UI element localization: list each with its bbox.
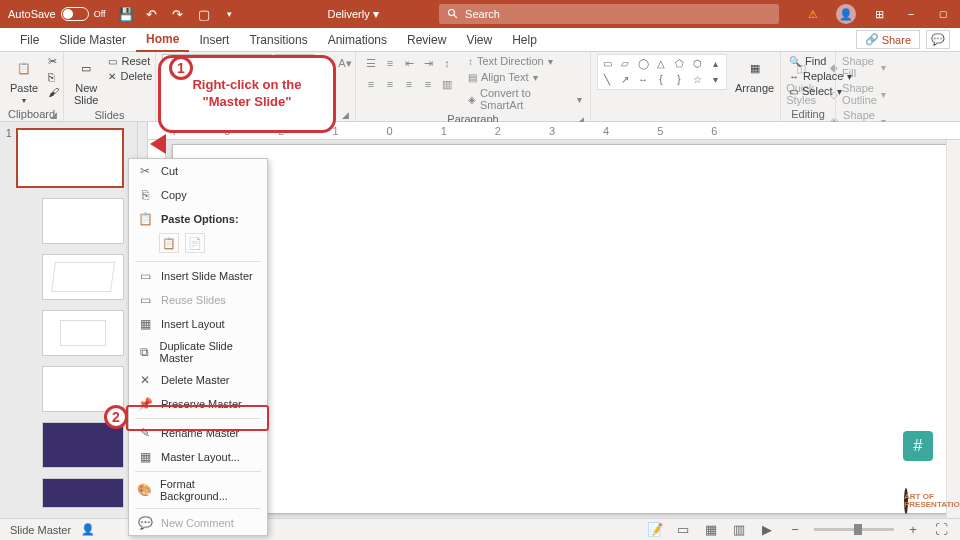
zoom-in-button[interactable]: + <box>904 522 922 538</box>
decrease-indent-button[interactable]: ⇤ <box>400 54 418 72</box>
annotation-number-2: 2 <box>104 405 128 429</box>
ctx-format-background[interactable]: 🎨Format Background... <box>129 474 267 506</box>
svg-line-1 <box>454 15 457 18</box>
redo-icon[interactable]: ↷ <box>170 6 186 22</box>
vertical-scrollbar[interactable] <box>946 140 960 540</box>
new-slide-button[interactable]: ▭ New Slide <box>70 54 102 108</box>
cut-button[interactable]: ✂ <box>46 54 61 69</box>
delete-icon: ✕ <box>137 372 153 388</box>
find-button[interactable]: 🔍 Find <box>787 54 854 68</box>
comments-button[interactable]: 💬 <box>926 30 950 49</box>
ctx-copy[interactable]: ⎘Copy <box>129 183 267 207</box>
dialog-launcher-icon[interactable]: ◢ <box>342 110 349 120</box>
format-painter-button[interactable]: 🖌 <box>46 85 61 99</box>
ctx-insert-slide-master[interactable]: ▭Insert Slide Master <box>129 264 267 288</box>
group-drawing: ▭▱◯△⬠⬡▴ ╲↗↔{}☆▾ ▦Arrange ◫Quick Styles ◆… <box>591 52 781 121</box>
copy-icon: ⎘ <box>137 187 153 203</box>
paste-button[interactable]: 📋 Paste▾ <box>6 54 42 107</box>
tab-home[interactable]: Home <box>136 28 189 52</box>
search-input[interactable]: Search <box>439 4 779 24</box>
format-icon: 🎨 <box>137 482 152 498</box>
fit-window-button[interactable]: ⛶ <box>932 522 950 538</box>
zoom-slider[interactable] <box>814 528 894 531</box>
autosave-toggle[interactable] <box>61 7 89 21</box>
dialog-launcher-icon[interactable]: ◢ <box>50 110 57 120</box>
account-icon[interactable]: 👤 <box>836 4 856 24</box>
numbering-button[interactable]: ≡ <box>381 54 399 72</box>
save-icon[interactable]: 💾 <box>118 6 134 22</box>
tab-slide-master[interactable]: Slide Master <box>49 29 136 51</box>
tab-help[interactable]: Help <box>502 29 547 51</box>
line-spacing-button[interactable]: ↕ <box>438 54 456 72</box>
thumb-layout-3[interactable] <box>42 310 124 356</box>
ctx-rename-master[interactable]: ✎Rename Master <box>129 421 267 445</box>
thumb-layout-2[interactable] <box>42 254 124 300</box>
paste-keep-source-button[interactable]: 📋 <box>159 233 179 253</box>
minimize-icon[interactable]: − <box>902 5 920 23</box>
copy-button[interactable]: ⎘ <box>46 70 61 84</box>
ribbon-display-icon[interactable]: ⊞ <box>870 5 888 23</box>
brush-icon: 🖌 <box>48 86 59 98</box>
increase-indent-button[interactable]: ⇥ <box>419 54 437 72</box>
slide-canvas[interactable]: Deliverly COMPANY NAME # <box>172 144 950 514</box>
thumb-master[interactable]: 1 <box>6 128 131 188</box>
sorter-view-button[interactable]: ▦ <box>702 522 720 538</box>
tab-transitions[interactable]: Transitions <box>239 29 317 51</box>
slideshow-button[interactable]: ▶ <box>758 522 776 538</box>
zoom-out-button[interactable]: − <box>786 522 804 538</box>
reset-button[interactable]: ▭ Reset <box>106 54 154 68</box>
align-left-button[interactable]: ≡ <box>362 75 380 93</box>
close-icon[interactable]: ▢ <box>934 5 952 23</box>
decrease-font-icon[interactable]: A▾ <box>336 54 354 72</box>
align-center-button[interactable]: ≡ <box>381 75 399 93</box>
context-menu: ✂Cut ⎘Copy 📋Paste Options: 📋 📄 ▭Insert S… <box>128 158 268 536</box>
master-thumbnail[interactable] <box>16 128 124 188</box>
notes-button[interactable]: 📝 <box>646 522 664 538</box>
share-button[interactable]: 🔗 Share <box>856 30 920 49</box>
convert-smartart-button[interactable]: ◈ Convert to SmartArt ▾ <box>466 86 584 112</box>
reading-view-button[interactable]: ▥ <box>730 522 748 538</box>
tab-view[interactable]: View <box>456 29 502 51</box>
thumb-layout-6[interactable] <box>42 478 124 508</box>
thumb-layout-5[interactable] <box>42 422 124 468</box>
ctx-duplicate-slide-master[interactable]: ⧉Duplicate Slide Master <box>129 336 267 368</box>
present-icon[interactable]: ▢ <box>196 6 212 22</box>
accessibility-icon[interactable]: 👤 <box>81 523 95 536</box>
rename-icon: ✎ <box>137 425 153 441</box>
tab-file[interactable]: File <box>10 29 49 51</box>
reuse-icon: ▭ <box>137 292 153 308</box>
replace-button[interactable]: ↔ Replace ▾ <box>787 69 854 83</box>
layout-icon: ▦ <box>137 316 153 332</box>
ctx-insert-layout[interactable]: ▦Insert Layout <box>129 312 267 336</box>
undo-icon[interactable]: ↶ <box>144 6 160 22</box>
paste-icon: 📋 <box>12 56 36 80</box>
comment-icon: 💬 <box>137 515 153 531</box>
arrange-button[interactable]: ▦Arrange <box>731 54 778 96</box>
autosave-control[interactable]: AutoSave Off <box>8 7 106 21</box>
align-text-button[interactable]: ▤ Align Text ▾ <box>466 70 584 84</box>
title-bar: AutoSave Off 💾 ↶ ↷ ▢ ▾ Deliverly ▾ Searc… <box>0 0 960 28</box>
tab-insert[interactable]: Insert <box>189 29 239 51</box>
shape-gallery[interactable]: ▭▱◯△⬠⬡▴ ╲↗↔{}☆▾ <box>597 54 727 90</box>
align-right-button[interactable]: ≡ <box>400 75 418 93</box>
slide-number-badge: # <box>903 431 933 461</box>
text-direction-button[interactable]: ↕ Text Direction ▾ <box>466 54 584 68</box>
ctx-cut[interactable]: ✂Cut <box>129 159 267 183</box>
columns-button[interactable]: ▥ <box>438 75 456 93</box>
delete-button[interactable]: ✕ Delete <box>106 69 154 83</box>
select-button[interactable]: ▭ Select ▾ <box>787 84 854 98</box>
ctx-delete-master[interactable]: ✕Delete Master <box>129 368 267 392</box>
chevron-down-icon[interactable]: ▾ <box>222 6 238 22</box>
paste-use-dest-button[interactable]: 📄 <box>185 233 205 253</box>
tab-animations[interactable]: Animations <box>318 29 397 51</box>
ctx-preserve-master[interactable]: 📌Preserve Master <box>129 392 267 416</box>
justify-button[interactable]: ≡ <box>419 75 437 93</box>
thumb-layout-1[interactable] <box>42 198 124 244</box>
document-name[interactable]: Deliverly ▾ <box>328 7 380 21</box>
annotation-arrow-icon <box>150 134 166 154</box>
bullets-button[interactable]: ☰ <box>362 54 380 72</box>
tab-review[interactable]: Review <box>397 29 456 51</box>
warning-icon[interactable]: ⚠ <box>804 5 822 23</box>
ctx-master-layout[interactable]: ▦Master Layout... <box>129 445 267 469</box>
normal-view-button[interactable]: ▭ <box>674 522 692 538</box>
